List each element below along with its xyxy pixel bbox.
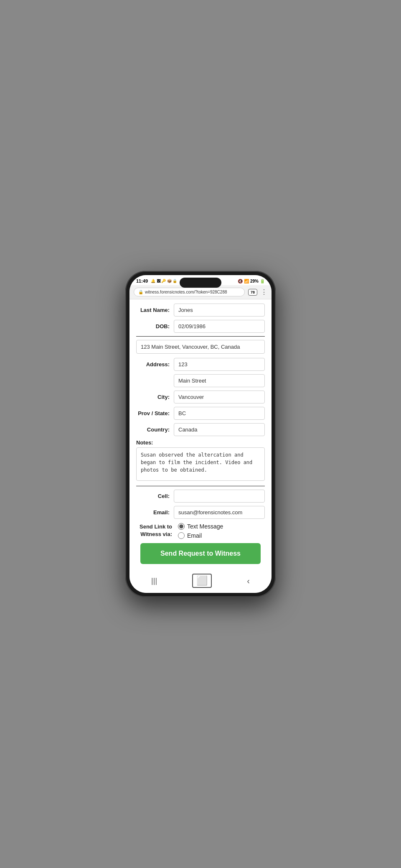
radio-text-input[interactable] (178, 523, 185, 530)
mute-icon: 🔇 (238, 279, 243, 283)
notes-section: Notes: (136, 439, 265, 483)
url-bar[interactable]: 🔒 witness.forensicnotes.com/?token=928C2… (134, 288, 245, 296)
time-display: 11:49 (136, 278, 148, 283)
url-text: witness.forensicnotes.com/?token=928C288 (145, 290, 240, 294)
battery-display: 29% (250, 279, 259, 283)
divider-2 (136, 486, 265, 486)
address-combined: 123 Main Street, Vancouver, BC, Canada (136, 340, 265, 354)
status-icons: 🔔 🖼 🔑 📦 🔒 (151, 279, 177, 283)
lock-icon: 🔒 (138, 290, 143, 294)
form-section: Last Name: DOB: 123 Main Street, Vancouv… (129, 299, 272, 570)
send-request-button[interactable]: Send Request to Witness (140, 543, 261, 564)
cell-input[interactable] (174, 490, 265, 503)
radio-text-label: Text Message (187, 523, 223, 530)
camera-notch (180, 278, 221, 288)
dob-input[interactable] (174, 320, 265, 333)
country-input[interactable] (174, 423, 265, 436)
nav-bar: ||| ⬜ ‹ (129, 570, 272, 593)
address-row: Address: (136, 358, 265, 371)
prov-label: Prov / State: (136, 410, 174, 416)
wifi-icon: 📶 (244, 279, 249, 283)
last-name-row: Last Name: (136, 304, 265, 317)
cell-row: Cell: (136, 490, 265, 503)
battery-icon: 🔋 (260, 279, 265, 283)
city-row: City: (136, 391, 265, 403)
tab-count[interactable]: 78 (248, 289, 257, 296)
page-content: Last Name: DOB: 123 Main Street, Vancouv… (129, 299, 272, 570)
nav-back-button[interactable]: ‹ (239, 574, 258, 587)
dob-row: DOB: (136, 320, 265, 333)
radio-email-label: Email (187, 532, 202, 539)
notes-label: Notes: (136, 439, 265, 446)
phone-frame: 11:49 🔔 🖼 🔑 📦 🔒 🔇 📶 29% 🔋 🔒 witness.fore… (125, 271, 276, 597)
radio-group: Text Message Email (178, 523, 223, 539)
address-street-input[interactable] (174, 374, 265, 387)
prov-input[interactable] (174, 407, 265, 420)
prov-row: Prov / State: (136, 407, 265, 420)
radio-email[interactable]: Email (178, 532, 223, 539)
menu-icon[interactable]: ⋮ (261, 288, 267, 296)
radio-email-input[interactable] (178, 532, 185, 539)
dob-label: DOB: (136, 323, 174, 329)
last-name-label: Last Name: (136, 307, 174, 313)
nav-recent-button[interactable]: ||| (143, 575, 165, 587)
email-input[interactable] (174, 506, 265, 519)
address-label: Address: (136, 361, 174, 368)
country-label: Country: (136, 426, 174, 433)
divider-1 (136, 336, 265, 337)
send-via-section: Send Link toWitness via: Text Message Em… (136, 523, 265, 539)
street-row (136, 374, 265, 387)
address-number-input[interactable] (174, 358, 265, 371)
city-input[interactable] (174, 391, 265, 403)
last-name-input[interactable] (174, 304, 265, 317)
country-row: Country: (136, 423, 265, 436)
send-via-label: Send Link toWitness via: (136, 523, 174, 538)
radio-text-message[interactable]: Text Message (178, 523, 223, 530)
email-row: Email: (136, 506, 265, 519)
city-label: City: (136, 394, 174, 400)
email-label: Email: (136, 509, 174, 516)
nav-home-button[interactable]: ⬜ (192, 574, 212, 588)
notes-textarea[interactable] (136, 447, 265, 481)
cell-label: Cell: (136, 493, 174, 499)
